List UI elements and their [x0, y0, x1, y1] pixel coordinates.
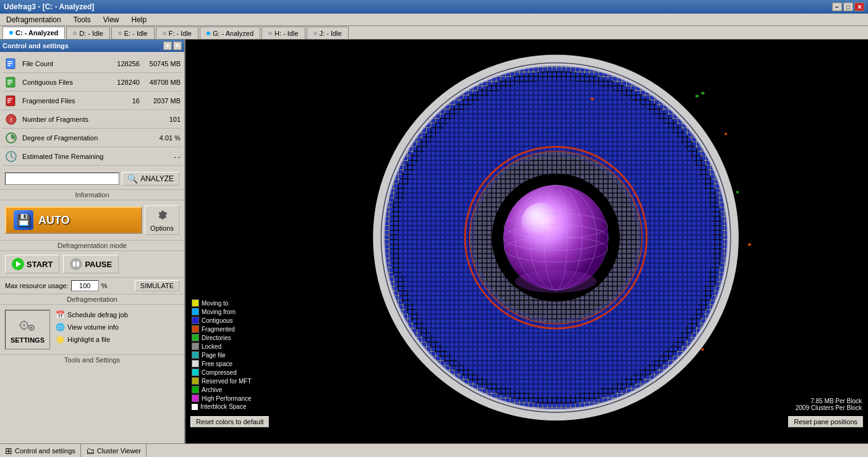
gear-icon	[155, 208, 169, 223]
analyze-button[interactable]: 🔍 ANALYZE	[122, 172, 179, 186]
resource-label: Max resource usage:	[5, 282, 69, 289]
start-button[interactable]: START	[5, 255, 59, 273]
contiguous-icon	[4, 75, 19, 90]
legend-color-2	[192, 317, 199, 324]
svg-rect-6	[7, 82, 12, 83]
analyze-progress-bar	[5, 173, 119, 185]
legend-label-3: Fragmented	[202, 326, 235, 333]
tool-schedule-label: Schedule defrag job	[67, 311, 128, 318]
menu-help[interactable]: Help	[128, 15, 151, 25]
tab-label-5: H: - Idle	[274, 30, 299, 37]
svg-point-59	[515, 270, 597, 293]
tab-label-4: G: - Analyzed	[213, 30, 253, 37]
legend: Moving toMoving fromContiguousFragmented…	[192, 299, 252, 411]
tab-6[interactable]: J: - Idle	[307, 27, 349, 39]
menu-tools[interactable]: Tools	[70, 15, 95, 25]
tab-1[interactable]: D: - Idle	[66, 27, 110, 39]
filecount-value1: 128256	[109, 60, 140, 67]
reset-pane-button[interactable]: Reset pane positions	[788, 416, 863, 427]
options-button[interactable]: Options	[145, 205, 179, 235]
legend-item-9: Reserved for MFT	[192, 377, 252, 385]
panel-pin-button[interactable]: ▼	[163, 41, 172, 50]
legend-item-3: Fragmented	[192, 325, 252, 333]
settings-section: SETTINGS 📅 Schedule defrag job 🌐 View vo…	[0, 305, 184, 355]
settings-gear-icon	[15, 315, 40, 335]
legend-color-9	[192, 377, 199, 385]
auto-button[interactable]: 💾 AUTO	[5, 207, 142, 234]
start-label: START	[27, 260, 53, 269]
defrag-label: Defragmentation	[0, 294, 184, 305]
filecount-value2: 50745 MB	[143, 60, 181, 67]
tab-label-2: E: - Idle	[124, 30, 148, 37]
panel-close-button[interactable]: ✕	[173, 41, 182, 50]
tool-schedule[interactable]: 📅 Schedule defrag job	[55, 310, 179, 320]
panel-title: Control and settings	[2, 42, 69, 49]
disk-info-line1: 7.85 MB Per Block	[796, 398, 862, 404]
status-control-label: Control and settings	[15, 447, 75, 455]
tab-5[interactable]: H: - Idle	[262, 27, 305, 39]
panel-title-bar: Control and settings ▼ ✕	[0, 40, 184, 52]
legend-label-1: Moving from	[202, 309, 236, 315]
svg-rect-9	[7, 98, 12, 100]
tab-dot-4	[206, 32, 210, 35]
legend-color-3	[192, 325, 199, 333]
svg-point-25	[30, 327, 32, 329]
tab-2[interactable]: E: - Idle	[111, 27, 155, 39]
status-pane-viewer[interactable]: 🗂 Cluster Viewer	[81, 444, 147, 457]
pause-label: PAUSE	[85, 260, 112, 269]
contiguous-value1: 128240	[109, 79, 140, 86]
legend-label-2: Contiguous	[202, 317, 233, 324]
tool-highlight[interactable]: 🌟 Highlight a file	[55, 335, 179, 344]
calendar-icon: 📅	[55, 310, 65, 320]
menu-defragmentation[interactable]: Defragmentation	[2, 15, 65, 25]
svg-rect-7	[7, 83, 11, 85]
close-button[interactable]: ✕	[854, 2, 864, 11]
tab-3[interactable]: F: - Idle	[156, 27, 198, 39]
legend-color-7	[192, 360, 199, 367]
legend-label-8: Compressed	[202, 369, 237, 376]
percent-label: %	[101, 282, 108, 289]
fragments-icon: !	[4, 112, 19, 127]
legend-label-10: Archive	[202, 387, 222, 393]
fragments-label: Number of Fragments	[22, 116, 109, 123]
legend-label-9: Reserved for MFT	[202, 378, 252, 385]
fragmented-value1: 16	[109, 97, 140, 105]
menu-view[interactable]: View	[100, 15, 123, 25]
menu-bar: Defragmentation Tools View Help	[0, 14, 868, 26]
legend-color-10	[192, 386, 199, 393]
play-icon	[12, 258, 24, 270]
degree-icon	[4, 130, 19, 145]
hdd-icon: 💾	[14, 210, 33, 230]
stats-section: File Count 128256 50745 MB Contiguous Fi…	[0, 52, 184, 168]
svg-rect-10	[7, 100, 11, 101]
status-bar: ⊞ Control and settings 🗂 Cluster Viewer	[0, 443, 868, 457]
svg-rect-46	[702, 348, 704, 351]
stat-row-degree: Degree of Fragmentation 4.01 %	[2, 129, 182, 147]
tool-volume-info[interactable]: 🌐 View volume info	[55, 322, 179, 332]
fragmented-label: Fragmented Files	[22, 97, 109, 105]
tab-4[interactable]: G: - Analyzed	[200, 27, 260, 39]
legend-item-11: High Performance	[192, 395, 252, 402]
svg-line-17	[11, 156, 14, 158]
settings-button[interactable]: SETTINGS	[5, 310, 50, 349]
information-label: Information	[0, 190, 184, 200]
stat-row-fragmented: Fragmented Files 16 2037 MB	[2, 92, 182, 110]
status-pane-control[interactable]: ⊞ Control and settings	[0, 444, 81, 457]
panel-status-icon: ⊞	[5, 446, 12, 456]
resource-input[interactable]	[71, 280, 99, 291]
pause-button[interactable]: PAUSE	[63, 255, 119, 273]
simulate-button[interactable]: SIMULATE	[135, 280, 179, 291]
svg-rect-48	[736, 191, 739, 194]
legend-checkbox-12[interactable]	[192, 404, 198, 410]
tools-and-settings-label: Tools and Settings	[0, 355, 184, 365]
defrag-mode-label: Defragmentation mode	[0, 241, 184, 251]
stat-row-contiguous: Contiguous Files 128240 48708 MB	[2, 73, 182, 92]
maximize-button[interactable]: □	[843, 2, 853, 11]
legend-label-5: Locked	[202, 343, 221, 350]
tab-0[interactable]: C: - Analyzed	[2, 27, 65, 39]
tab-dot-6	[313, 32, 317, 35]
reset-colors-button[interactable]: Reset colors to default	[190, 416, 269, 427]
minimize-button[interactable]: −	[832, 2, 842, 11]
legend-item-5: Locked	[192, 343, 252, 350]
viewer-status-icon: 🗂	[86, 446, 95, 456]
